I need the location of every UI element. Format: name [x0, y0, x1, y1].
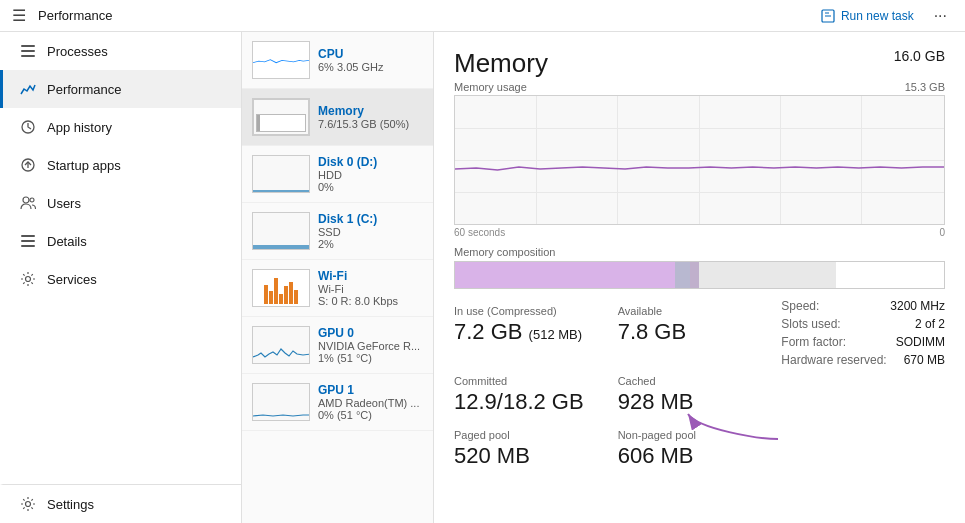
sidebar-item-processes[interactable]: Processes: [0, 32, 241, 70]
disk1-info: Disk 1 (C:) SSD 2%: [318, 212, 423, 250]
svg-rect-3: [21, 55, 35, 57]
stats-row-3: Paged pool 520 MB Non-paged pool 606 MB: [454, 423, 945, 475]
chart-time-row: 60 seconds 0: [454, 227, 945, 238]
memory-thumbnail: [252, 98, 310, 136]
main-content: Memory 16.0 GB Memory usage 15.3 GB: [434, 32, 965, 523]
comp-modified: [675, 262, 690, 288]
comp-standby: [699, 262, 836, 288]
memory-total: 16.0 GB: [894, 48, 945, 64]
chart-label-row: Memory usage 15.3 GB: [454, 81, 945, 93]
stat-speed-row: Speed: 3200 MHz: [781, 299, 945, 313]
sidebar-item-performance[interactable]: Performance: [0, 70, 241, 108]
chart-time-end: 0: [939, 227, 945, 238]
stat-form-factor-row: Form factor: SODIMM: [781, 335, 945, 349]
sidebar-item-details[interactable]: Details: [0, 222, 241, 260]
sidebar: Processes Performance App history Startu…: [0, 32, 242, 523]
stat-paged-pool: Paged pool 520 MB: [454, 423, 618, 475]
memory-title: Memory: [454, 48, 548, 79]
stat-cached-value-container: 928 MB: [618, 389, 782, 415]
composition-bar: [454, 261, 945, 289]
sidebar-item-settings[interactable]: Settings: [0, 484, 241, 523]
startup-apps-icon: [19, 156, 37, 174]
disk0-thumbnail: [252, 155, 310, 193]
stat-nonpaged-pool-value: 606 MB: [618, 443, 782, 469]
stat-available: Available 7.8 GB: [618, 299, 782, 367]
gpu1-info: GPU 1 AMD Radeon(TM) ... 0% (51 °C): [318, 383, 423, 421]
stat-cached-label: Cached: [618, 375, 782, 387]
stats-row-2: Committed 12.9/18.2 GB Cached 928 MB: [454, 369, 945, 421]
chart-label: Memory usage: [454, 81, 527, 93]
details-icon: [19, 232, 37, 250]
svg-rect-11: [21, 245, 35, 247]
stat-hw-reserved-row: Hardware reserved: 670 MB: [781, 353, 945, 367]
stat-in-use: In use (Compressed) 7.2 GB (512 MB): [454, 299, 618, 367]
device-item-gpu1[interactable]: GPU 1 AMD Radeon(TM) ... 0% (51 °C): [242, 374, 433, 431]
comp-divider: [690, 262, 700, 288]
wifi-thumbnail: [252, 269, 310, 307]
comp-free: [836, 262, 944, 288]
stat-slots-row: Slots used: 2 of 2: [781, 317, 945, 331]
stat-paged-pool-label: Paged pool: [454, 429, 618, 441]
gpu1-thumbnail: [252, 383, 310, 421]
svg-point-12: [26, 277, 31, 282]
stat-in-use-value: 7.2 GB (512 MB): [454, 319, 618, 345]
gpu0-thumbnail: [252, 326, 310, 364]
app-history-icon: [19, 118, 37, 136]
device-item-cpu[interactable]: CPU 6% 3.05 GHz: [242, 32, 433, 89]
svg-point-7: [23, 197, 29, 203]
sidebar-item-services[interactable]: Services: [0, 260, 241, 298]
chart-time-start: 60 seconds: [454, 227, 505, 238]
disk1-thumbnail: [252, 212, 310, 250]
stat-nonpaged-pool: Non-paged pool 606 MB: [618, 423, 782, 475]
composition-section: Memory composition: [454, 246, 945, 289]
stat-available-value: 7.8 GB: [618, 319, 782, 345]
run-new-task-button[interactable]: Run new task: [814, 5, 920, 27]
settings-icon: [19, 495, 37, 513]
services-icon: [19, 270, 37, 288]
svg-rect-9: [21, 235, 35, 237]
stat-committed: Committed 12.9/18.2 GB: [454, 369, 618, 421]
sidebar-item-users[interactable]: Users: [0, 184, 241, 222]
performance-icon: [19, 80, 37, 98]
stat-committed-value: 12.9/18.2 GB: [454, 389, 618, 415]
stat-committed-label: Committed: [454, 375, 618, 387]
stats-row-1: In use (Compressed) 7.2 GB (512 MB) Avai…: [454, 299, 945, 367]
disk0-info: Disk 0 (D:) HDD 0%: [318, 155, 423, 193]
cpu-thumbnail: [252, 41, 310, 79]
processes-icon: [19, 42, 37, 60]
svg-rect-10: [21, 240, 35, 242]
wifi-info: Wi-Fi Wi-Fi S: 0 R: 8.0 Kbps: [318, 269, 423, 307]
sidebar-item-app-history[interactable]: App history: [0, 108, 241, 146]
svg-point-8: [30, 198, 34, 202]
device-item-disk1[interactable]: Disk 1 (C:) SSD 2%: [242, 203, 433, 260]
comp-in-use: [455, 262, 675, 288]
stat-paged-pool-value: 520 MB: [454, 443, 618, 469]
title-bar-actions: Run new task ···: [814, 4, 953, 28]
memory-info: Memory 7.6/15.3 GB (50%): [318, 104, 423, 130]
title-bar: ☰ Performance Run new task ···: [0, 0, 965, 32]
stat-available-label: Available: [618, 305, 782, 317]
device-item-disk0[interactable]: Disk 0 (D:) HDD 0%: [242, 146, 433, 203]
composition-label: Memory composition: [454, 246, 945, 258]
svg-rect-2: [21, 50, 35, 52]
usage-chart: [454, 95, 945, 225]
more-options-button[interactable]: ···: [928, 4, 953, 28]
chart-max: 15.3 GB: [905, 81, 945, 93]
main-container: Processes Performance App history Startu…: [0, 32, 965, 523]
usage-chart-section: Memory usage 15.3 GB: [454, 81, 945, 238]
device-item-wifi[interactable]: Wi-Fi Wi-Fi S: 0 R: 8.0 Kbps: [242, 260, 433, 317]
cpu-info: CPU 6% 3.05 GHz: [318, 47, 423, 73]
svg-rect-1: [21, 45, 35, 47]
hamburger-icon[interactable]: ☰: [12, 6, 26, 25]
device-list: CPU 6% 3.05 GHz Memory 7.6/15.3 GB (50%): [242, 32, 434, 523]
right-stats: Speed: 3200 MHz Slots used: 2 of 2 Form …: [781, 299, 945, 367]
stat-nonpaged-pool-label: Non-paged pool: [618, 429, 782, 441]
device-item-memory[interactable]: Memory 7.6/15.3 GB (50%): [242, 89, 433, 146]
sidebar-item-startup-apps[interactable]: Startup apps: [0, 146, 241, 184]
stat-in-use-label: In use (Compressed): [454, 305, 618, 317]
title-bar-title: Performance: [38, 8, 814, 23]
device-item-gpu0[interactable]: GPU 0 NVIDIA GeForce R... 1% (51 °C): [242, 317, 433, 374]
users-icon: [19, 194, 37, 212]
stat-cached-value: 928 MB: [618, 389, 782, 415]
memory-header: Memory 16.0 GB: [454, 48, 945, 79]
